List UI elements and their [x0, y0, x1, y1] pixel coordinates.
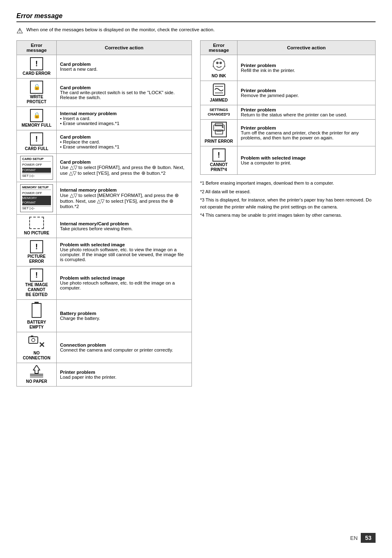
card-full-icon: !: [30, 132, 43, 146]
page-number-area: EN 53: [350, 533, 376, 543]
svg-point-14: [218, 58, 219, 60]
no-ink-label: NO INK: [204, 74, 234, 79]
table-row: ! CARD FULL Card problem • Replace the c…: [17, 130, 192, 154]
picture-error-label: PICTUREERROR: [20, 254, 53, 264]
table-row: 🔒 MEMORY FULL Internal memory problem • …: [17, 107, 192, 130]
right-header-error: Error message: [201, 41, 238, 55]
settings-changed-cell: SETTINGSCHANGED*3: [201, 105, 238, 120]
no-picture-label: NO PICTURE: [20, 231, 53, 236]
memory-setup-cell: MEMORY SETUP POWER OFF MEMORY FORMAT SET…: [17, 182, 57, 214]
cannot-print-title: Problem with selected image: [241, 155, 306, 160]
print-error-icon: [211, 122, 227, 138]
jammed-body: Remove the jammed paper.: [241, 93, 299, 98]
connection-svg: [28, 334, 45, 349]
svg-rect-2: [29, 337, 38, 343]
svg-point-11: [213, 59, 225, 70]
footnotes: *1 Before erasing important images, down…: [200, 180, 376, 219]
footnote-4: *4 This camera may be unable to print im…: [200, 212, 376, 219]
settings-changed-icon: SETTINGSCHANGED*3: [204, 108, 234, 117]
ink-svg: [212, 57, 226, 72]
card-error-label: CARD ERROR: [20, 71, 53, 76]
table-row: ! CARD ERROR Card problem Insert a new c…: [17, 55, 192, 79]
card-full-cell: ! CARD FULL: [17, 130, 57, 154]
table-row: CARD SETUP POWER OFF FORMAT SET ▷▷ Card …: [17, 154, 192, 182]
svg-rect-1: [32, 303, 41, 317]
card-setup-action: Card problem Use △▽ to select [FORMAT], …: [57, 154, 192, 182]
settings-changed-action: Printer problem Return to the status whe…: [238, 105, 376, 120]
no-ink-icon: [212, 57, 226, 73]
battery-empty-icon: [32, 302, 42, 319]
card-full-action: Card problem • Replace the card.• Erase …: [57, 130, 192, 154]
write-protect-action: Card problem The card write-protect swit…: [57, 79, 192, 107]
no-connection-action: Connection problem Connect the camera an…: [57, 332, 192, 363]
no-ink-body: Refill the ink in the printer.: [241, 68, 295, 73]
section-title: Error message: [16, 12, 376, 22]
jammed-label: JAMMED: [204, 98, 234, 103]
print-error-svg: [211, 122, 227, 137]
card-setup-footer: SET ▷▷: [22, 174, 51, 178]
print-error-body: Turn off the camera and printer, check t…: [241, 130, 359, 140]
table-row: SETTINGSCHANGED*3 Printer problem Return…: [201, 105, 376, 120]
cannot-be-edited-body: Use photo retouch software, etc. to edit…: [60, 280, 175, 290]
card-error-cell: ! CARD ERROR: [17, 55, 57, 79]
memory-setup-footer: SET ▷▷: [22, 206, 51, 211]
card-error-icon: !: [30, 57, 43, 70]
card-setup-item-poweroff: POWER OFF: [22, 162, 51, 167]
memory-full-icon: 🔒: [30, 109, 43, 122]
write-protect-label: WRITEPROTECT: [20, 95, 53, 104]
no-connection-label: NOCONNECTION: [20, 351, 53, 361]
table-row: NO PICTURE Internal memory/Card problem …: [17, 214, 192, 238]
write-protect-body: The card write-protect switch is set to …: [60, 90, 175, 100]
footnote-3: *3 This is displayed, for instance, when…: [200, 197, 376, 210]
card-setup-menu-icon: CARD SETUP POWER OFF FORMAT SET ▷▷: [20, 156, 53, 180]
memory-setup-item-poweroff: POWER OFF: [22, 191, 51, 196]
cannot-be-edited-action: Problem with selected image Use photo re…: [57, 266, 192, 299]
memory-setup-menu-icon: MEMORY SETUP POWER OFF MEMORY FORMAT SET…: [20, 184, 53, 212]
left-header-error: Error message: [17, 41, 57, 55]
table-row: ! THE IMAGECANNOTBE EDITED Problem with …: [17, 266, 192, 299]
memory-full-body: • Insert a card.• Erase unwanted images.…: [60, 116, 120, 126]
table-row: JAMMED Printer problem Remove the jammed…: [201, 81, 376, 105]
svg-point-16: [224, 66, 225, 67]
card-setup-title: Card problem: [60, 160, 91, 164]
battery-empty-cell: BATTERYEMPTY: [17, 299, 57, 332]
memory-setup-title: Internal memory problem: [60, 188, 117, 192]
table-row: ! CANNOT PRINT*4 Problem with selected i…: [201, 146, 376, 175]
card-setup-cell: CARD SETUP POWER OFF FORMAT SET ▷▷: [17, 154, 57, 182]
battery-empty-title: Battery problem: [60, 311, 96, 316]
no-paper-icon: [29, 365, 44, 378]
no-connection-title: Connection problem: [60, 343, 106, 347]
paper-svg: [29, 365, 44, 377]
card-full-title: Card problem: [60, 134, 91, 139]
no-picture-action: Internal memory/Card problem Take pictur…: [57, 214, 192, 238]
print-error-title: Printer problem: [241, 125, 276, 130]
left-header-action: Corrective action: [57, 41, 192, 55]
no-connection-body: Connect the camera and computer or print…: [60, 347, 173, 352]
write-protect-icon: 🔒: [30, 81, 43, 94]
cannot-be-edited-label: THE IMAGECANNOTBE EDITED: [20, 282, 53, 297]
settings-changed-label: SETTINGSCHANGED*3: [208, 108, 230, 116]
en-label: EN: [350, 535, 357, 541]
card-error-title: Card problem: [60, 62, 91, 67]
no-paper-cell: NO PAPER: [17, 363, 57, 386]
cannot-print-action: Problem with selected image Use a comput…: [238, 146, 376, 175]
svg-point-13: [219, 62, 222, 64]
table-row: MEMORY SETUP POWER OFF MEMORY FORMAT SET…: [17, 182, 192, 214]
settings-changed-title: Printer problem: [241, 107, 276, 112]
right-header-action: Corrective action: [238, 41, 376, 55]
page-content: Error message Corrective action ! CARD E…: [16, 40, 376, 387]
no-ink-cell: NO INK: [201, 55, 238, 81]
battery-empty-label: BATTERYEMPTY: [20, 320, 53, 330]
left-column: Error message Corrective action ! CARD E…: [16, 40, 192, 387]
memory-setup-action: Internal memory problem Use △▽ to select…: [57, 182, 192, 214]
picture-error-body: Use photo retouch software, etc. to view…: [60, 247, 184, 262]
intro-box: ⚠ When one of the messages below is disp…: [16, 27, 376, 35]
right-table: Error message Corrective action: [200, 40, 376, 175]
card-setup-item-format: FORMAT: [22, 168, 51, 173]
svg-rect-4: [31, 336, 33, 337]
memory-setup-body: Use △▽ to select [MEMORY FORMAT], and pr…: [60, 193, 179, 209]
svg-point-3: [32, 338, 35, 342]
card-error-action: Card problem Insert a new card.: [57, 55, 192, 79]
battery-empty-body: Charge the battery.: [60, 316, 100, 321]
svg-point-27: [222, 126, 224, 128]
